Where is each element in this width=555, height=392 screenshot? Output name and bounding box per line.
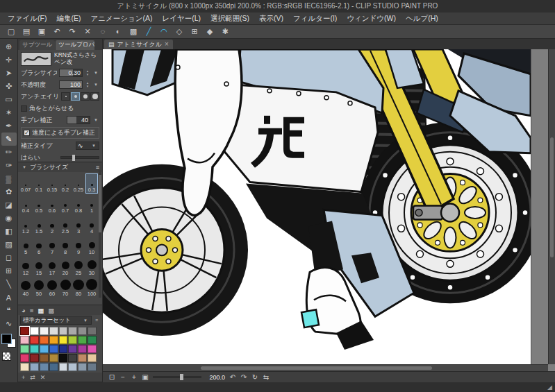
pencil-tool-icon[interactable]: ✏ bbox=[1, 146, 17, 159]
auto-select-tool-icon[interactable]: ✶ bbox=[1, 106, 17, 119]
stabilize-dropdown-icon[interactable]: ▾ bbox=[92, 117, 99, 123]
delete-icon[interactable]: ✕ bbox=[81, 26, 94, 37]
tab-subtool[interactable]: サブツール bbox=[19, 40, 55, 50]
brush-size-preset[interactable]: 0.8 bbox=[72, 194, 85, 214]
brush-size-input[interactable]: 0.30 bbox=[59, 69, 83, 77]
color-swatch[interactable] bbox=[59, 363, 68, 371]
settings-icon[interactable]: ✱ bbox=[218, 26, 232, 37]
color-swatch[interactable] bbox=[88, 345, 97, 353]
collapse-icon[interactable]: ▾ bbox=[21, 164, 28, 170]
menu-item[interactable]: レイヤー(L) bbox=[157, 14, 206, 24]
opacity-dropdown-icon[interactable]: ▾ bbox=[92, 82, 99, 87]
color-swatch[interactable] bbox=[40, 354, 49, 362]
brush-size-preset[interactable]: 1.5 bbox=[33, 215, 45, 235]
color-swatch[interactable] bbox=[88, 363, 97, 371]
opacity-input[interactable]: 100 bbox=[59, 80, 83, 89]
selection-border-icon[interactable]: ▩ bbox=[126, 26, 140, 37]
color-swatch[interactable] bbox=[78, 354, 87, 362]
color-swatch[interactable] bbox=[88, 336, 97, 344]
stabilize-input[interactable]: 40 bbox=[67, 116, 90, 124]
brush-size-preset[interactable]: 1.2 bbox=[19, 215, 32, 235]
brush-size-preset[interactable]: 100 bbox=[85, 278, 98, 298]
menu-item[interactable]: アニメーション(A) bbox=[85, 14, 157, 24]
frame-border-tool-icon[interactable]: ⊞ bbox=[1, 264, 17, 278]
brush-size-preset[interactable]: 15 bbox=[33, 257, 45, 277]
brush-size-preset[interactable]: 3 bbox=[72, 215, 85, 235]
snap-guide-icon[interactable]: ◇ bbox=[172, 26, 186, 37]
brush-size-preset[interactable]: 0.4 bbox=[19, 194, 32, 214]
open-file-icon[interactable]: ▤ bbox=[19, 26, 33, 37]
color-swatch[interactable] bbox=[78, 327, 87, 335]
color-swatch[interactable] bbox=[30, 363, 39, 371]
color-sliders-icon[interactable]: ≡ bbox=[30, 307, 34, 314]
sharpen-corner-checkbox[interactable] bbox=[21, 105, 27, 112]
eraser-tool-icon[interactable]: ◪ bbox=[1, 198, 17, 212]
text-tool-icon[interactable]: A bbox=[1, 291, 17, 304]
brush-size-preset[interactable]: 12 bbox=[19, 257, 32, 277]
canvas-tab[interactable]: ▤ アトミサイクル × bbox=[104, 40, 173, 49]
color-swatch[interactable] bbox=[88, 354, 97, 362]
reset-rotation-icon[interactable]: ↻ bbox=[250, 373, 260, 382]
brush-size-preset[interactable]: 0.15 bbox=[46, 173, 58, 194]
transparent-color-chip[interactable] bbox=[2, 352, 11, 361]
gradient-tool-icon[interactable]: ▨ bbox=[1, 238, 17, 251]
intermediate-color-icon[interactable]: ▩ bbox=[48, 307, 54, 314]
vertical-scrollbar[interactable] bbox=[548, 49, 555, 364]
color-swatch[interactable] bbox=[30, 336, 39, 344]
zoom-slider[interactable] bbox=[153, 376, 201, 378]
zoom-out-icon[interactable]: − bbox=[118, 373, 128, 382]
blend-tool-icon[interactable]: ◉ bbox=[1, 212, 17, 225]
color-swatch[interactable] bbox=[78, 345, 87, 353]
color-set-select[interactable]: 標準カラーセット ▾ bbox=[20, 316, 92, 325]
color-swatch[interactable] bbox=[49, 336, 58, 344]
color-swatch[interactable] bbox=[20, 363, 29, 371]
brush-size-preset[interactable]: 0.07 bbox=[19, 173, 32, 194]
move-tool-icon[interactable]: ✛ bbox=[1, 53, 17, 67]
menu-item[interactable]: 選択範囲(S) bbox=[206, 14, 254, 24]
snap-ruler-icon[interactable]: ╱ bbox=[142, 26, 156, 37]
brush-size-preset[interactable]: 80 bbox=[72, 278, 85, 298]
material-icon[interactable]: ◆ bbox=[203, 26, 217, 37]
color-swatch[interactable] bbox=[20, 345, 29, 353]
menu-item[interactable]: ヘルプ(H) bbox=[401, 14, 443, 24]
fill-tool-icon[interactable]: ◧ bbox=[1, 225, 17, 238]
color-swatch[interactable] bbox=[59, 336, 68, 344]
color-swatch[interactable] bbox=[20, 327, 29, 335]
brush-size-preset[interactable]: 8 bbox=[59, 236, 72, 256]
selection-tool-icon[interactable]: ▭ bbox=[1, 93, 17, 106]
brush-size-preset[interactable]: 10 bbox=[85, 236, 98, 256]
airbrush-tool-icon[interactable]: ▒ bbox=[1, 172, 17, 185]
menu-item[interactable]: ファイル(F) bbox=[3, 14, 51, 24]
opacity-spinner[interactable]: ▴▾ bbox=[85, 81, 90, 88]
brush-size-preset[interactable]: 1 bbox=[85, 194, 98, 214]
balloon-tool-icon[interactable]: ❝ bbox=[1, 304, 17, 317]
antialias-weak-button[interactable] bbox=[71, 92, 80, 101]
brush-size-preset[interactable]: 7 bbox=[46, 236, 58, 256]
color-swatch[interactable] bbox=[49, 354, 58, 362]
antialias-strong-button[interactable] bbox=[90, 92, 99, 101]
brush-size-preset[interactable]: 20 bbox=[59, 257, 72, 277]
menu-item[interactable]: 編集(E) bbox=[51, 14, 85, 24]
brush-size-preset[interactable]: 2 bbox=[46, 215, 58, 235]
grid-icon[interactable]: ⊞ bbox=[188, 26, 201, 37]
horizontal-scrollbar[interactable] bbox=[103, 364, 548, 371]
canvas[interactable] bbox=[103, 49, 531, 370]
color-set-icon[interactable]: ▦ bbox=[38, 307, 44, 314]
flip-horizontal-icon[interactable]: ⇆ bbox=[261, 373, 271, 382]
brush-size-dropdown-icon[interactable]: ▾ bbox=[92, 70, 99, 76]
color-swatch[interactable] bbox=[68, 336, 77, 344]
color-wheel-icon[interactable]: ◕ bbox=[22, 307, 26, 314]
rotate-ccw-icon[interactable]: ↶ bbox=[228, 373, 238, 382]
actual-size-icon[interactable]: ▣ bbox=[140, 373, 150, 382]
add-swatch-icon[interactable]: + bbox=[22, 374, 25, 381]
antialias-middle-button[interactable] bbox=[81, 92, 90, 101]
color-set-menu-icon[interactable]: ≡ bbox=[93, 318, 100, 323]
antialias-none-button[interactable] bbox=[61, 92, 70, 101]
color-swatch[interactable] bbox=[59, 354, 68, 362]
rotate-cw-icon[interactable]: ↷ bbox=[239, 373, 249, 382]
color-swatch[interactable] bbox=[40, 345, 49, 353]
brush-size-preset[interactable]: 6 bbox=[33, 236, 45, 256]
correction-type-select[interactable]: ∿▾ bbox=[76, 142, 99, 150]
pen-tool-icon[interactable]: ✎ bbox=[1, 133, 17, 146]
deselect-icon[interactable]: ◌ bbox=[96, 26, 110, 37]
